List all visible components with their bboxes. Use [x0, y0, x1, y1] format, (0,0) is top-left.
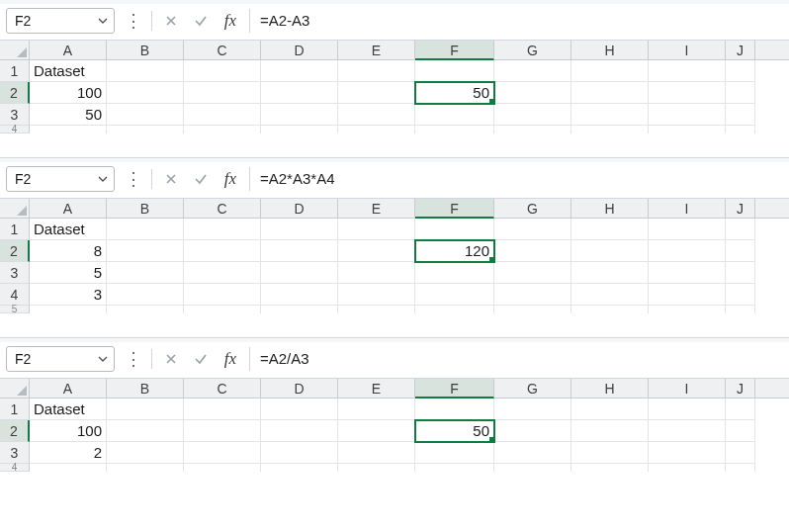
column-header[interactable]: F [415, 199, 494, 219]
cell[interactable] [338, 306, 415, 313]
cell[interactable]: 100 [30, 82, 107, 104]
column-header[interactable]: E [338, 379, 415, 398]
select-all-icon[interactable] [0, 199, 30, 218]
cell[interactable] [726, 219, 755, 240]
cell[interactable] [261, 284, 338, 306]
cell[interactable] [338, 399, 415, 420]
cell[interactable] [107, 126, 184, 133]
column-header[interactable]: A [30, 41, 107, 59]
cell[interactable] [494, 420, 571, 442]
cell[interactable] [184, 82, 261, 104]
cell[interactable] [494, 262, 571, 284]
row-header[interactable]: 1 [0, 219, 30, 240]
cell[interactable] [107, 82, 184, 104]
cell[interactable] [571, 219, 649, 240]
cell[interactable] [261, 306, 338, 313]
cell[interactable] [107, 420, 184, 442]
cell[interactable] [494, 284, 571, 306]
cell[interactable] [184, 219, 261, 240]
cell[interactable] [107, 442, 184, 464]
cell[interactable] [415, 104, 494, 126]
cell[interactable] [494, 126, 571, 133]
column-header[interactable]: I [649, 379, 726, 398]
cell[interactable]: 5 [30, 262, 107, 284]
row-header[interactable]: 3 [0, 442, 30, 464]
cell[interactable] [184, 399, 261, 420]
cell[interactable] [726, 442, 755, 464]
name-box[interactable]: F2 [6, 346, 115, 372]
name-box[interactable]: F2 [6, 166, 115, 192]
cell[interactable] [338, 126, 415, 133]
cell[interactable] [261, 60, 338, 82]
cell[interactable] [571, 82, 649, 104]
cell[interactable] [261, 82, 338, 104]
cell[interactable] [415, 306, 494, 313]
column-header[interactable]: F [415, 41, 494, 60]
cell[interactable] [184, 442, 261, 464]
enter-icon[interactable] [190, 168, 212, 190]
cell[interactable] [415, 219, 494, 240]
cell[interactable] [30, 306, 107, 313]
cell[interactable] [571, 306, 649, 313]
cell[interactable] [261, 262, 338, 284]
cell[interactable] [338, 82, 415, 104]
row-header[interactable]: 3 [0, 104, 30, 126]
cell[interactable]: 120 [415, 240, 494, 262]
cell[interactable] [261, 420, 338, 442]
cell[interactable] [184, 262, 261, 284]
cell[interactable] [726, 399, 755, 420]
cell[interactable] [338, 60, 415, 82]
cell[interactable] [649, 420, 726, 442]
enter-icon[interactable] [190, 348, 212, 370]
cell[interactable] [494, 60, 571, 82]
cell[interactable] [571, 420, 649, 442]
cell[interactable] [415, 60, 494, 82]
cancel-icon[interactable] [160, 168, 182, 190]
column-header[interactable]: H [571, 199, 649, 218]
cell[interactable] [649, 262, 726, 284]
column-header[interactable]: F [415, 379, 494, 399]
cell[interactable] [649, 284, 726, 306]
cell[interactable] [261, 240, 338, 262]
cell[interactable] [415, 464, 494, 472]
cell[interactable] [415, 126, 494, 133]
cell[interactable] [338, 240, 415, 262]
cell[interactable] [726, 240, 755, 262]
cell[interactable] [261, 126, 338, 133]
cell[interactable] [571, 442, 649, 464]
cell[interactable] [107, 60, 184, 82]
cell[interactable] [726, 126, 755, 133]
column-header[interactable]: D [261, 199, 338, 218]
column-header[interactable]: G [494, 199, 571, 218]
cell[interactable] [261, 442, 338, 464]
cell[interactable] [571, 240, 649, 262]
cell[interactable] [571, 464, 649, 472]
cell[interactable] [30, 464, 107, 472]
row-header[interactable]: 2 [0, 420, 30, 442]
formula-input[interactable]: =A2/A3 [249, 347, 783, 371]
cell[interactable] [107, 284, 184, 306]
column-header[interactable]: E [338, 41, 415, 59]
cell[interactable] [338, 262, 415, 284]
cancel-icon[interactable] [160, 348, 182, 370]
cell[interactable] [649, 306, 726, 313]
cell[interactable] [571, 126, 649, 133]
cell[interactable] [107, 240, 184, 262]
menu-icon[interactable]: ⋮ [123, 170, 143, 188]
cell[interactable] [649, 442, 726, 464]
worksheet-grid[interactable]: ABCDEFGHIJ1Dataset2812035435 [0, 199, 789, 313]
cell[interactable] [184, 240, 261, 262]
row-header[interactable]: 2 [0, 240, 30, 262]
cell[interactable] [571, 399, 649, 420]
column-header[interactable]: C [184, 41, 261, 59]
column-header[interactable]: I [649, 41, 726, 59]
cell[interactable] [649, 126, 726, 133]
cell[interactable] [261, 219, 338, 240]
cell[interactable] [726, 262, 755, 284]
column-header[interactable]: H [571, 379, 649, 398]
cell[interactable] [261, 399, 338, 420]
cell[interactable]: 3 [30, 284, 107, 306]
row-header[interactable]: 4 [0, 126, 30, 133]
cell[interactable] [494, 306, 571, 313]
cell[interactable] [261, 464, 338, 472]
